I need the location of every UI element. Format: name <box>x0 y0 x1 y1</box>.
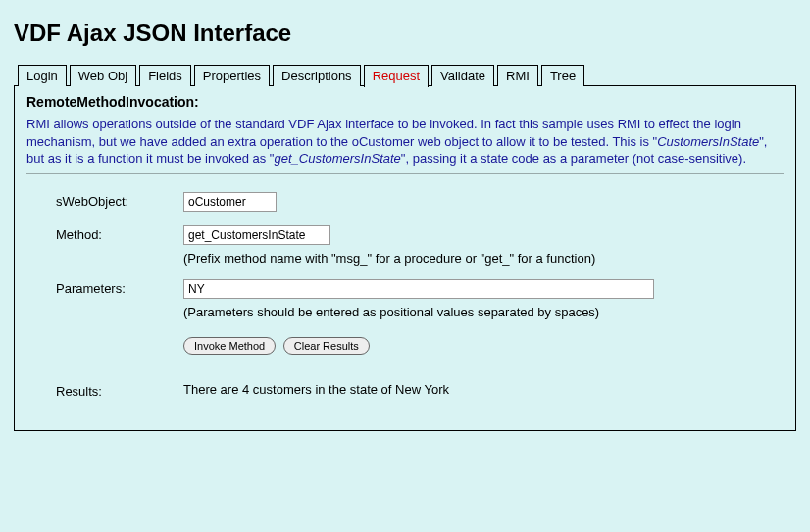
desc-text-3: ", passing it a state code as a paramete… <box>401 151 746 166</box>
swebobject-label: sWebObject: <box>56 192 183 209</box>
divider <box>26 173 784 174</box>
results-value: There are 4 customers in the state of Ne… <box>183 382 449 397</box>
tab-properties[interactable]: Properties <box>194 65 270 86</box>
parameters-input[interactable] <box>183 279 654 299</box>
desc-text-1: RMI allows operations outside of the sta… <box>26 117 741 149</box>
tab-request[interactable]: Request <box>364 65 429 87</box>
invoke-button[interactable]: Invoke Method <box>183 337 276 355</box>
method-label: Method: <box>56 225 183 242</box>
tab-rmi[interactable]: RMI <box>497 65 538 86</box>
tab-descriptions[interactable]: Descriptions <box>273 65 361 86</box>
results-label: Results: <box>56 382 183 399</box>
clear-button[interactable]: Clear Results <box>283 337 370 355</box>
content-panel: RemoteMethodInvocation: RMI allows opera… <box>14 85 796 431</box>
tab-login[interactable]: Login <box>18 65 67 86</box>
tab-bar: Login Web Obj Fields Properties Descript… <box>18 65 796 86</box>
page-title: VDF Ajax JSON Interface <box>14 20 796 47</box>
tab-fields[interactable]: Fields <box>139 65 191 86</box>
panel-description: RMI allows operations outside of the sta… <box>26 116 784 168</box>
method-hint: (Prefix method name with "msg_" for a pr… <box>183 251 693 266</box>
form: sWebObject: Method: (Prefix method name … <box>26 192 784 399</box>
panel-title: RemoteMethodInvocation: <box>26 94 784 110</box>
parameters-label: Parameters: <box>56 279 183 296</box>
desc-em-1: CustomersInState <box>657 134 759 149</box>
tab-webobj[interactable]: Web Obj <box>70 65 136 86</box>
desc-em-2: get_CustomersInState <box>274 151 400 166</box>
swebobject-input[interactable] <box>183 192 277 212</box>
tab-tree[interactable]: Tree <box>541 65 584 86</box>
method-input[interactable] <box>183 225 330 245</box>
parameters-hint: (Parameters should be entered as positio… <box>183 305 693 319</box>
tab-validate[interactable]: Validate <box>431 65 494 86</box>
